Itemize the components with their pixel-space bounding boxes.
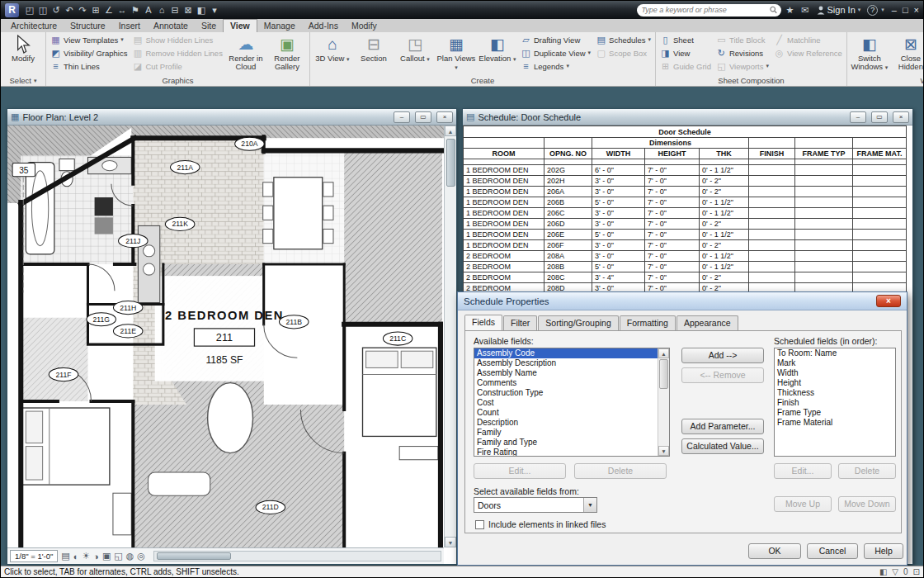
- save-icon[interactable]: ◫: [36, 5, 50, 16]
- revisions-button[interactable]: ↻Revisions: [714, 46, 771, 59]
- sheet-button[interactable]: ▯Sheet: [658, 33, 713, 46]
- door-tag[interactable]: 211B: [279, 315, 309, 329]
- list-item[interactable]: Family: [474, 428, 669, 438]
- help-button[interactable]: ?: [867, 5, 878, 16]
- plan-minimize-button[interactable]: –: [394, 111, 410, 123]
- crop-view-icon[interactable]: ▣: [102, 551, 111, 561]
- door-tag[interactable]: 210A: [235, 137, 265, 150]
- exclusion-icon[interactable]: ⊡: [913, 567, 920, 576]
- table-row[interactable]: 1 BEDROOM DEN206C3' - 0" 7' - 0"0' - 1 1…: [464, 208, 907, 219]
- qat-dropdown-icon[interactable]: ▾: [208, 5, 221, 16]
- list-item[interactable]: Thickness: [775, 388, 895, 398]
- sign-in-button[interactable]: Sign In ▾: [817, 5, 861, 15]
- list-item[interactable]: Fire Rating: [474, 448, 669, 457]
- add-parameter-button[interactable]: Add Parameter...: [681, 419, 764, 434]
- cancel-button[interactable]: Cancel: [807, 543, 858, 559]
- door-tag[interactable]: 211J: [119, 235, 148, 248]
- scroll-up-icon[interactable]: ▲: [445, 126, 456, 136]
- elevation-button[interactable]: ◧Elevation ▾: [478, 33, 517, 64]
- modify-button[interactable]: Modify: [3, 33, 43, 64]
- render-in-cloud-button[interactable]: ☁Render in Cloud: [226, 33, 266, 72]
- ribbon-tab[interactable]: Annotate: [147, 20, 195, 32]
- visibility-graphics-button[interactable]: ◩Visibility/ Graphics: [49, 46, 129, 59]
- table-row[interactable]: 2 BEDROOM208B5' - 0" 7' - 0"0' - 1 1/2": [464, 262, 907, 272]
- list-item[interactable]: Mark: [775, 358, 895, 368]
- table-row[interactable]: 1 BEDROOM DEN202G6' - 0" 7' - 0"0' - 1 1…: [464, 165, 907, 176]
- table-row[interactable]: 1 BEDROOM DEN202H3' - 0" 7' - 0"0' - 2": [464, 176, 907, 187]
- door-tag[interactable]: 211H: [113, 301, 143, 314]
- thin-lines-button[interactable]: ≡Thin Lines: [49, 59, 129, 73]
- list-item[interactable]: Finish: [775, 398, 895, 408]
- list-item[interactable]: Comments: [474, 378, 669, 388]
- filter-icon[interactable]: ▽: [892, 567, 898, 576]
- switch-windows-button[interactable]: ◧Switch Windows ▾: [850, 33, 889, 72]
- dialog-tab[interactable]: Fields: [464, 315, 502, 330]
- door-tag[interactable]: 211A: [170, 160, 200, 173]
- dialog-tab[interactable]: Sorting/Grouping: [538, 315, 618, 330]
- close-hidden-icon[interactable]: ⊠: [182, 5, 195, 16]
- ribbon-tab[interactable]: View: [223, 19, 257, 32]
- list-item[interactable]: Cost: [474, 398, 669, 408]
- view-templates-button[interactable]: ▦View Templates▾: [49, 33, 129, 46]
- column-header[interactable]: WIDTH: [592, 149, 645, 159]
- select-panel-label[interactable]: Select▾: [1, 75, 45, 86]
- measure-icon[interactable]: ∠: [102, 5, 116, 16]
- door-tag[interactable]: 211G: [87, 313, 116, 326]
- floor-plan-canvas[interactable]: 2 BEDROOM DEN 211 1185 SF 35 210A211A211…: [7, 126, 444, 547]
- ribbon-tab[interactable]: Modify: [345, 20, 384, 32]
- subscription-center-icon[interactable]: ★: [785, 5, 794, 16]
- temporary-hide-icon[interactable]: ◍: [126, 551, 134, 561]
- detail-level-icon[interactable]: ▤: [61, 551, 69, 561]
- floor-plan-titlebar[interactable]: ▦ Floor Plan: Level 2 – ▭ ×: [7, 109, 456, 126]
- table-row[interactable]: 2 BEDROOM208C3' - 4" 7' - 0"0' - 2": [464, 272, 907, 283]
- include-linked-files-checkbox[interactable]: Include elements in linked files: [475, 519, 606, 529]
- plan-close-button[interactable]: ×: [436, 111, 453, 123]
- list-item[interactable]: Height: [775, 378, 895, 388]
- table-row[interactable]: 1 BEDROOM DEN206B5' - 0" 7' - 0"0' - 1 1…: [464, 197, 907, 208]
- dropdown-arrow-icon[interactable]: ▼: [583, 498, 596, 512]
- schedules-button[interactable]: ▤Schedules▾: [594, 33, 653, 46]
- table-row[interactable]: 1 BEDROOM DEN206F3' - 0" 7' - 0"0' - 2": [464, 240, 907, 251]
- minimize-button[interactable]: –: [892, 5, 897, 15]
- list-item[interactable]: Description: [474, 418, 669, 428]
- schedule-close-button[interactable]: ×: [893, 111, 909, 123]
- table-row[interactable]: 1 BEDROOM DEN206D3' - 0" 7' - 0"0' - 2": [464, 219, 907, 230]
- dialog-close-button[interactable]: ×: [876, 295, 901, 307]
- reveal-hidden-icon[interactable]: ◎: [137, 551, 145, 561]
- column-header[interactable]: FRAME MAT.: [853, 149, 907, 159]
- shadows-icon[interactable]: ◑: [93, 552, 99, 561]
- list-item[interactable]: Count: [474, 408, 669, 418]
- aligned-dimension-icon[interactable]: ↔: [116, 5, 129, 15]
- sync-icon[interactable]: ↺: [50, 5, 63, 16]
- plan-restore-button[interactable]: ▭: [415, 111, 431, 123]
- duplicate-view-button[interactable]: ◫Duplicate View▾: [519, 46, 592, 59]
- redo-icon[interactable]: ↷: [76, 5, 89, 16]
- add-field-button[interactable]: Add -->: [681, 348, 764, 363]
- available-fields-list[interactable]: Assembly CodeAssembly DescriptionAssembl…: [474, 348, 670, 457]
- revit-logo[interactable]: R: [5, 3, 19, 17]
- calculated-value-button[interactable]: Calculated Value...: [681, 438, 764, 454]
- switch-windows-icon[interactable]: ◧: [195, 5, 208, 16]
- dialog-titlebar[interactable]: Schedule Properties ×: [458, 292, 907, 310]
- default-3d-view-icon[interactable]: ⌂: [155, 5, 168, 15]
- drafting-view-button[interactable]: ▱Drafting View: [519, 33, 592, 46]
- table-row[interactable]: 1 BEDROOM DEN206E5' - 0" 7' - 0"0' - 1 1…: [464, 230, 907, 240]
- scroll-thumb[interactable]: [157, 552, 231, 560]
- list-item[interactable]: Frame Material: [775, 418, 895, 428]
- section-button[interactable]: ⊟Section: [354, 33, 394, 64]
- table-row[interactable]: 1 BEDROOM DEN206A3' - 0" 7' - 0"0' - 2": [464, 187, 907, 197]
- scheduled-fields-list[interactable]: To Room: NameMarkWidthHeightThicknessFin…: [774, 348, 896, 457]
- list-item[interactable]: Assembly Name: [474, 368, 669, 378]
- list-scrollbar[interactable]: ▲ ▼: [658, 348, 669, 456]
- 3d-view-button[interactable]: ⌂3D View ▾: [313, 33, 352, 64]
- door-tag[interactable]: 211E: [113, 325, 143, 338]
- help-button-dialog[interactable]: Help: [864, 543, 903, 559]
- help-search-box[interactable]: [637, 4, 781, 17]
- undo-icon[interactable]: ↶: [63, 5, 76, 16]
- ribbon-tab[interactable]: Structure: [64, 20, 112, 32]
- ribbon-tab[interactable]: Architecture: [4, 20, 64, 32]
- plan-horizontal-scrollbar[interactable]: [153, 551, 441, 561]
- list-item[interactable]: Assembly Description: [474, 358, 669, 368]
- list-item[interactable]: Frame Type: [775, 408, 895, 418]
- section-icon[interactable]: ⊟: [168, 5, 182, 16]
